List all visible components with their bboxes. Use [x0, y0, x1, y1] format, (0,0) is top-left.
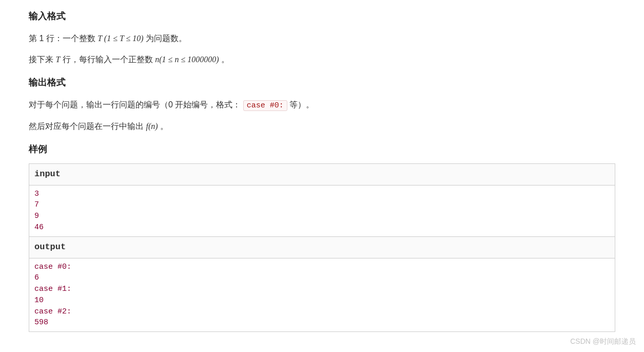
input-format-line1: 第 1 行：一个整数 T (1 ≤ T ≤ 10) 为问题数。 [29, 31, 615, 45]
text: 然后对应每个问题在一行中输出 [29, 122, 146, 131]
math-expr: f(n) [146, 122, 158, 131]
sample-input-label: input [29, 163, 615, 185]
sample-heading: 样例 [29, 141, 615, 157]
text: 为问题数。 [146, 34, 187, 43]
output-format-line1: 对于每个问题，输出一行问题的编号（0 开始编号，格式： case #0: 等）。 [29, 98, 615, 113]
sample-output-cell: case #0: 6 case #1: 10 case #2: 598 [29, 258, 615, 332]
sample-table: input 3 7 9 46 output case #0: 6 case #1… [29, 163, 615, 332]
input-format-heading: 输入格式 [29, 8, 615, 24]
input-format-line2: 接下来 T 行，每行输入一个正整数 n(1 ≤ n ≤ 1000000) 。 [29, 52, 615, 66]
text: 。 [221, 55, 229, 64]
sample-input-data: 3 7 9 46 [34, 189, 610, 233]
code-inline: case #0: [243, 100, 287, 111]
text: 第 1 行：一个整数 [29, 34, 97, 43]
text: 接下来 [29, 55, 55, 64]
text: 行，每行输入一个正整数 [63, 55, 155, 64]
watermark: CSDN @时间邮递员 [570, 336, 636, 347]
math-expr: T (1 ≤ T ≤ 10) [97, 34, 143, 43]
text: 对于每个问题，输出一行问题的编号（0 开始编号，格式： [29, 100, 243, 109]
output-format-heading: 输出格式 [29, 75, 615, 90]
output-format-line2: 然后对应每个问题在一行中输出 f(n) 。 [29, 119, 615, 133]
math-expr: n(1 ≤ n ≤ 1000000) [155, 55, 219, 64]
text: 等）。 [289, 100, 314, 109]
sample-output-data: case #0: 6 case #1: 10 case #2: 598 [34, 262, 610, 329]
math-expr: T [55, 55, 60, 64]
text: 。 [160, 122, 168, 131]
sample-output-label: output [29, 236, 615, 258]
sample-input-cell: 3 7 9 46 [29, 185, 615, 236]
